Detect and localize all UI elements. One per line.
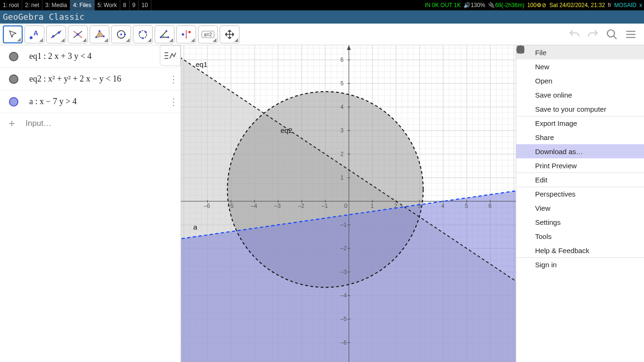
tool-line[interactable]: [46, 25, 66, 43]
svg-point-11: [103, 35, 105, 37]
tool-conic[interactable]: [133, 25, 153, 43]
menu-item-download-as-[interactable]: Download as…: [516, 144, 644, 158]
svg-text:0: 0: [344, 203, 347, 209]
menu-item-label: Edit: [535, 176, 547, 184]
workspace-tab[interactable]: 3: Media: [42, 0, 70, 10]
svg-text:–6: –6: [340, 339, 347, 346]
menu-item-label: Export Image: [535, 119, 577, 127]
workspace-tab[interactable]: 1: root: [0, 0, 22, 10]
print-icon: [521, 161, 529, 170]
menu-item-edit[interactable]: Edit: [516, 173, 644, 187]
wrench-icon: [521, 232, 529, 240]
redo-button[interactable]: [586, 28, 600, 41]
menu-item-save-online[interactable]: Save online: [516, 88, 644, 102]
algebra-input[interactable]: [24, 116, 181, 131]
system-bar: 1: root2: net3: Media4: Files5: Work8910…: [0, 0, 644, 10]
menu-item-perspectives[interactable]: Perspectives: [516, 187, 644, 201]
tool-move[interactable]: [3, 25, 23, 43]
gear-icon: [521, 218, 529, 226]
svg-text:–2: –2: [340, 245, 347, 252]
svg-text:–2: –2: [298, 203, 305, 209]
menu-header-label: File: [535, 49, 546, 57]
workspace-tab[interactable]: 8: [120, 0, 130, 10]
svg-text:5: 5: [465, 203, 468, 209]
menu-item-label: View: [535, 204, 550, 212]
svg-point-21: [165, 30, 167, 32]
tool-perpendicular[interactable]: [68, 25, 88, 43]
visibility-toggle[interactable]: [9, 74, 18, 84]
tool-slider[interactable]: a=2: [198, 25, 218, 43]
workspace-tab[interactable]: 10: [139, 0, 151, 10]
menu-item-label: Share: [535, 133, 554, 141]
menu-item-settings[interactable]: Settings: [516, 215, 644, 229]
menu-item-share[interactable]: Share: [516, 130, 644, 144]
stat-cpu: 100⚙⊘: [527, 0, 546, 10]
menu-item-help-feedback[interactable]: Help & Feedback: [516, 243, 644, 257]
algebra-row-a[interactable]: a : x − 7 y > 4⋮: [0, 90, 181, 113]
plus-icon: [521, 62, 529, 71]
svg-point-4: [58, 31, 60, 33]
tool-point[interactable]: A: [25, 25, 44, 43]
visibility-toggle[interactable]: [9, 97, 18, 107]
tool-angle[interactable]: [155, 25, 174, 43]
algebra-row-eq2[interactable]: eq2 : x² + y² + 2 x − y < 16⋮: [0, 68, 181, 90]
svg-text:–5: –5: [340, 316, 347, 322]
svg-text:2: 2: [340, 151, 344, 157]
svg-point-1: [30, 36, 33, 39]
menu-item-view[interactable]: View: [516, 201, 644, 215]
menu-item-save-to-your-computer[interactable]: Save to your computer: [516, 102, 644, 116]
algebra-panel: eq1 : 2 x + 3 y < 4eq2 : x² + y² + 2 x −…: [0, 45, 181, 362]
svg-point-7: [77, 33, 79, 35]
algebra-input-row: +: [0, 113, 181, 134]
svg-text:4: 4: [441, 203, 445, 209]
window-title: GeoGebra Classic: [0, 10, 644, 24]
add-object-icon[interactable]: +: [0, 117, 24, 130]
row-menu-icon[interactable]: ⋮: [166, 96, 181, 107]
menu-item-print-preview[interactable]: Print Preview: [516, 158, 644, 173]
menu-item-label: Save online: [535, 91, 572, 99]
hamburger-menu-icon[interactable]: [624, 28, 637, 41]
svg-text:a: a: [193, 223, 198, 231]
algebra-row-eq1[interactable]: eq1 : 2 x + 3 y < 4: [0, 45, 181, 68]
tool-polygon[interactable]: [90, 25, 109, 43]
menu-header-file[interactable]: File: [516, 45, 644, 59]
tool-reflect[interactable]: [176, 25, 196, 43]
workspace-tab[interactable]: 2: net: [22, 0, 42, 10]
search-icon: [521, 76, 529, 85]
menu-item-tools[interactable]: Tools: [516, 229, 644, 243]
undo-button[interactable]: [568, 28, 581, 41]
svg-point-23: [182, 33, 184, 35]
menu-item-label: New: [535, 63, 549, 71]
workspace-tab[interactable]: 5: Work: [95, 0, 120, 10]
visibility-toggle[interactable]: [9, 52, 18, 61]
svg-point-10: [99, 30, 100, 32]
menu-item-export-image[interactable]: Export Image: [516, 116, 644, 130]
workspace-tab[interactable]: 9: [130, 0, 139, 10]
tool-move-view[interactable]: [220, 25, 239, 43]
svg-point-13: [120, 33, 122, 35]
menu-item-new[interactable]: New: [516, 59, 644, 74]
grid-icon: [521, 190, 529, 198]
svg-text:eq1: eq1: [196, 60, 207, 68]
svg-text:1: 1: [340, 174, 344, 181]
image-icon: [521, 119, 529, 128]
workspace-tab[interactable]: 4: Files: [70, 0, 95, 10]
menu-item-open[interactable]: Open: [516, 74, 644, 88]
menu-item-label: Sign in: [535, 261, 557, 269]
svg-text:6: 6: [488, 203, 492, 209]
svg-text:6: 6: [340, 57, 344, 63]
tool-circle[interactable]: [111, 25, 131, 43]
signin-icon: [521, 261, 529, 269]
stat-date: Sat 24/02/2024, 21:32: [549, 0, 605, 10]
graphics-view[interactable]: –6–5–4–3–2–10123456–6–5–4–3–2–1123456eq1…: [181, 45, 644, 362]
close-x[interactable]: x: [639, 0, 642, 10]
svg-point-18: [142, 37, 144, 39]
search-icon[interactable]: [605, 28, 619, 41]
stat-vol: 🔊130%: [463, 0, 485, 10]
stat-bat: 🔌68(-2h36m): [488, 0, 524, 10]
row-menu-icon[interactable]: ⋮: [166, 74, 181, 85]
status-area: IN 0K OUT 1K 🔊130% 🔌68(-2h36m) 100⚙⊘ Sat…: [425, 0, 644, 10]
svg-text:4: 4: [340, 104, 344, 110]
menu-item-sign-in[interactable]: Sign in: [516, 257, 644, 272]
formula-text: eq2 : x² + y² + 2 x − y < 16: [27, 71, 166, 87]
